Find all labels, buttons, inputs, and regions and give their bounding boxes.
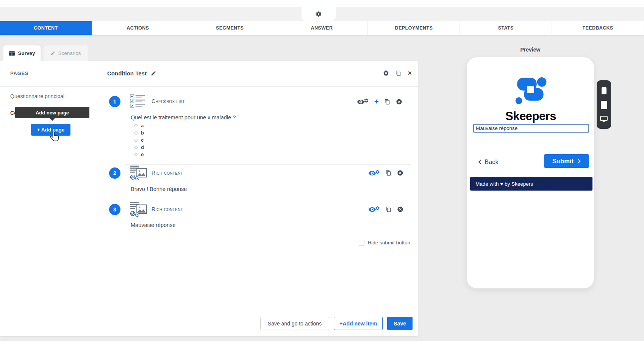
item-type-label: Checkbox list <box>152 98 185 104</box>
save-button[interactable]: Save <box>387 317 413 330</box>
edit-title-pencil-icon[interactable] <box>151 70 156 76</box>
hand-cursor-icon <box>50 131 60 143</box>
option-label: d <box>141 144 144 150</box>
option-row: b <box>134 130 144 136</box>
item-type-label: Rich content <box>152 170 183 176</box>
item2-actions <box>368 170 403 176</box>
duplicate-item-icon[interactable] <box>386 170 391 176</box>
skeepers-logo-icon <box>514 77 547 105</box>
survey-settings-gear-icon[interactable] <box>383 70 389 76</box>
phone-preview: Skeepers Back Submit Made with ♥ by Skee… <box>466 57 594 289</box>
preview-settings-icon[interactable] <box>357 99 369 105</box>
header-divider <box>0 86 418 87</box>
made-with-footer: Made with ♥ by Skeepers <box>470 177 592 191</box>
survey-title: Condition Test <box>107 70 156 77</box>
tab-stats[interactable]: STATS <box>460 21 552 35</box>
item-divider <box>125 201 411 201</box>
duplicate-item-icon[interactable] <box>386 206 391 212</box>
gear-icon[interactable] <box>316 11 322 17</box>
item1-question-text: Quel est le traitement pour une x maladi… <box>131 114 236 120</box>
item-divider <box>125 164 411 165</box>
option-label: e <box>141 152 144 157</box>
add-condition-icon[interactable]: + <box>374 98 379 105</box>
desktop-preview-icon[interactable] <box>600 116 608 122</box>
pages-panel-title: PAGES <box>10 70 29 76</box>
tab-scenarios[interactable]: Scenarios <box>44 45 88 61</box>
mobile-preview-icon[interactable] <box>602 87 606 94</box>
device-toolbar <box>597 80 611 129</box>
preview-settings-icon[interactable] <box>368 206 380 213</box>
option-bullet-icon <box>134 124 138 127</box>
tab-actions[interactable]: ACTIONS <box>92 21 184 35</box>
survey-grid-icon <box>9 51 15 56</box>
duplicate-item-icon[interactable] <box>385 99 390 105</box>
chevron-left-icon <box>478 159 481 165</box>
preview-title: Preview <box>466 47 594 53</box>
survey-editor-card: PAGES Condition Test × Questionnaire pri… <box>0 61 418 336</box>
submit-button[interactable]: Submit <box>544 154 589 168</box>
duplicate-survey-icon[interactable] <box>395 70 401 76</box>
editor-footer: Save and go to actions +Add new item Sav… <box>260 317 413 330</box>
option-row: c <box>134 137 144 143</box>
item-number-badge: 2 <box>109 167 120 179</box>
delete-item-icon[interactable] <box>397 170 403 176</box>
option-bullet-icon <box>134 131 138 135</box>
item-number-badge: 3 <box>109 204 120 215</box>
item-divider <box>125 236 411 236</box>
back-label: Back <box>485 158 499 166</box>
pencil-icon <box>50 51 55 56</box>
option-label: b <box>141 130 144 136</box>
settings-notch[interactable] <box>302 7 336 21</box>
brand-wordmark: Skeepers <box>467 109 595 123</box>
tablet-preview-icon[interactable] <box>601 101 607 109</box>
tab-scenarios-label: Scenarios <box>58 50 81 56</box>
item1-actions: + <box>357 98 402 105</box>
main-nav: CONTENT ACTIONS SEGMENTS ANSWER DEPLOYME… <box>0 21 644 35</box>
tab-content[interactable]: CONTENT <box>0 21 92 35</box>
hide-submit-row: Hide submit button <box>359 240 410 246</box>
tab-survey[interactable]: Survey <box>3 45 41 61</box>
answer-input[interactable] <box>473 124 589 133</box>
app-window: CONTENT ACTIONS SEGMENTS ANSWER DEPLOYME… <box>0 0 644 341</box>
delete-item-icon[interactable] <box>397 206 403 213</box>
option-bullet-icon <box>134 146 138 149</box>
option-label: c <box>141 137 144 143</box>
option-row: e <box>134 152 144 157</box>
back-button[interactable]: Back <box>478 158 499 166</box>
tab-feedbacks[interactable]: FEEDBACKS <box>552 21 644 35</box>
item2-text: Bravo ! Bonne réponse <box>131 186 187 192</box>
survey-header-actions: × <box>383 70 412 76</box>
option-row: a <box>134 123 144 128</box>
rich-content-icon <box>130 202 147 217</box>
add-new-item-button[interactable]: +Add new item <box>334 317 383 330</box>
hide-submit-label: Hide submit button <box>367 240 410 246</box>
option-bullet-icon <box>134 139 138 142</box>
add-page-tooltip: Add new page <box>15 107 89 118</box>
item-type-label: Rich content <box>152 206 183 212</box>
submit-label: Submit <box>552 158 574 165</box>
close-survey-icon[interactable]: × <box>408 70 412 76</box>
item3-actions <box>368 206 403 213</box>
tab-answer[interactable]: ANSWER <box>276 21 368 35</box>
delete-item-icon[interactable] <box>396 99 402 105</box>
tab-segments[interactable]: SEGMENTS <box>184 21 276 35</box>
item-number-badge: 1 <box>109 96 120 107</box>
option-label: a <box>141 123 144 128</box>
save-and-go-to-actions-button[interactable]: Save and go to actions <box>260 317 329 330</box>
tab-survey-label: Survey <box>18 50 35 56</box>
sidebar-page-questionnaire[interactable]: Questionnaire principal <box>10 93 64 99</box>
preview-settings-icon[interactable] <box>368 170 380 176</box>
survey-title-text: Condition Test <box>107 70 147 77</box>
top-strip <box>0 0 644 7</box>
item3-text: Mauvaise réponse <box>131 222 176 228</box>
option-bullet-icon <box>134 153 138 156</box>
chevron-right-icon <box>577 158 581 164</box>
tab-deployments[interactable]: DEPLOYMENTS <box>368 21 460 35</box>
hide-submit-checkbox[interactable] <box>359 240 364 246</box>
rich-content-icon <box>130 165 147 180</box>
option-row: d <box>134 144 144 150</box>
checkbox-list-icon <box>130 94 147 108</box>
